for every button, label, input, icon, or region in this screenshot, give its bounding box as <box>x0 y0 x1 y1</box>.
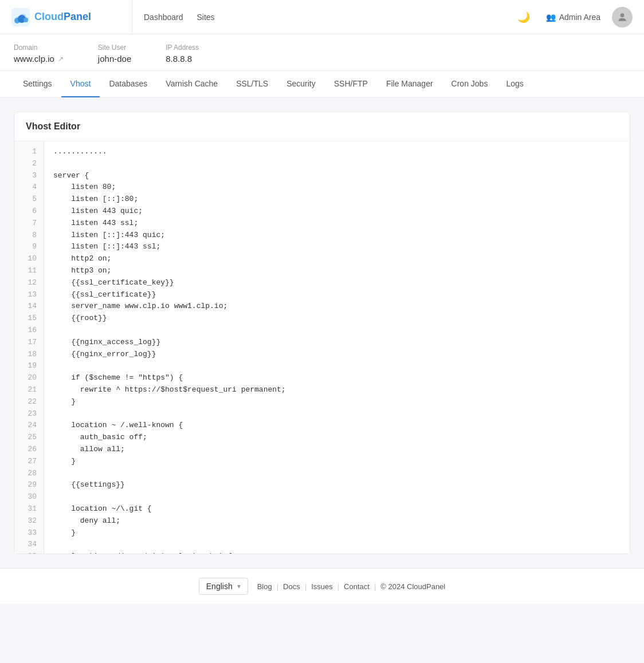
line-number-24: 24 <box>14 420 44 432</box>
tab-ssl-tls[interactable]: SSL/TLS <box>227 71 277 97</box>
site-user-info: Site User john-doe <box>98 44 131 64</box>
external-link-icon: ↗ <box>58 55 64 63</box>
code-line-22: } <box>53 397 76 406</box>
line-numbers: 1234567891011121314151617181920212223242… <box>14 141 44 554</box>
code-line-20: if ($scheme != "https") { <box>53 373 183 382</box>
line-number-5: 5 <box>14 194 44 206</box>
code-line-24: location ~ /.well-known { <box>53 421 183 429</box>
tab-varnish-cache[interactable]: Varnish Cache <box>156 71 227 97</box>
nav-sites[interactable]: Sites <box>197 13 215 22</box>
line-number-6: 6 <box>14 206 44 218</box>
admin-area-icon: 👥 <box>546 13 556 22</box>
tab-file-manager[interactable]: File Manager <box>377 71 442 97</box>
code-line-13: {{ssl_certificate}} <box>53 290 156 299</box>
site-user-value: john-doe <box>98 54 131 64</box>
line-number-2: 2 <box>14 158 44 170</box>
code-line-4: listen 80; <box>53 183 116 191</box>
line-number-17: 17 <box>14 337 44 349</box>
footer-sep-1: | <box>277 582 278 591</box>
line-number-11: 11 <box>14 265 44 277</box>
header-nav: Dashboard Sites <box>132 0 513 34</box>
tab-vhost[interactable]: Vhost <box>61 71 100 97</box>
footer-sep-3: | <box>337 582 339 591</box>
chevron-down-icon: ▾ <box>237 582 241 590</box>
user-avatar[interactable] <box>612 7 633 27</box>
card-title: Vhost Editor <box>26 121 618 132</box>
header-right: 🌙 👥 Admin Area <box>513 6 633 28</box>
tab-databases[interactable]: Databases <box>100 71 156 97</box>
header: CloudPanel Dashboard Sites 🌙 👥 Admin Are… <box>0 0 644 34</box>
code-line-3: server { <box>53 171 89 180</box>
logo-text: CloudPanel <box>34 11 91 23</box>
line-number-28: 28 <box>14 468 44 480</box>
line-number-13: 13 <box>14 289 44 301</box>
tab-settings[interactable]: Settings <box>14 71 61 97</box>
footer: English ▾ Blog | Docs | Issues | Contact… <box>0 568 644 604</box>
nav-dashboard[interactable]: Dashboard <box>144 13 183 22</box>
code-line-10: http2 on; <box>53 254 111 263</box>
logo-icon <box>11 8 30 26</box>
domain-info: Domain www.clp.io ↗ <box>14 44 64 64</box>
code-line-35: location ~/(wp-admin|wp-login.php) { <box>53 552 232 554</box>
line-number-29: 29 <box>14 479 44 491</box>
line-number-7: 7 <box>14 218 44 230</box>
code-line-6: listen 443 quic; <box>53 207 143 215</box>
site-info-bar: Domain www.clp.io ↗ Site User john-doe I… <box>0 34 644 71</box>
tab-security[interactable]: Security <box>277 71 325 97</box>
tab-ssh-ftp[interactable]: SSH/FTP <box>325 71 377 97</box>
code-line-9: listen [::]:443 ssl; <box>53 242 160 251</box>
code-line-18: {{nginx_error_log}} <box>53 350 156 358</box>
dark-mode-button[interactable]: 🌙 <box>513 6 535 28</box>
code-line-8: listen [::]:443 quic; <box>53 231 165 239</box>
code-line-12: {{ssl_certificate_key}} <box>53 278 174 287</box>
domain-value: www.clp.io <box>14 54 54 64</box>
language-selector[interactable]: English ▾ <box>199 578 248 595</box>
line-number-3: 3 <box>14 170 44 182</box>
code-line-26: allow all; <box>53 445 125 453</box>
ip-info: IP Address 8.8.8.8 <box>166 44 199 64</box>
line-number-20: 20 <box>14 372 44 384</box>
line-number-32: 32 <box>14 515 44 527</box>
line-number-23: 23 <box>14 408 44 420</box>
user-icon <box>616 11 628 23</box>
code-content[interactable]: ............ server { listen 80; listen … <box>44 141 630 554</box>
footer-issues-link[interactable]: Issues <box>311 582 333 591</box>
site-user-label: Site User <box>98 44 131 52</box>
line-number-10: 10 <box>14 253 44 265</box>
line-number-34: 34 <box>14 539 44 551</box>
logo: CloudPanel <box>11 8 126 26</box>
svg-point-3 <box>23 18 28 22</box>
code-editor[interactable]: 1234567891011121314151617181920212223242… <box>14 141 630 554</box>
code-line-32: deny all; <box>53 516 120 525</box>
ip-label: IP Address <box>166 44 199 52</box>
tab-logs[interactable]: Logs <box>497 71 532 97</box>
code-line-29: {{settings}} <box>53 480 125 489</box>
line-number-1: 1 <box>14 146 44 158</box>
code-line-14: server_name www.clp.io www1.clp.io; <box>53 302 227 310</box>
footer-blog-link[interactable]: Blog <box>257 582 272 591</box>
domain-label: Domain <box>14 44 64 52</box>
footer-contact-link[interactable]: Contact <box>344 582 370 591</box>
line-number-25: 25 <box>14 432 44 444</box>
line-number-14: 14 <box>14 301 44 313</box>
footer-links: Blog | Docs | Issues | Contact | © 2024 … <box>257 582 446 591</box>
line-number-30: 30 <box>14 491 44 503</box>
ip-value: 8.8.8.8 <box>166 54 192 64</box>
line-number-8: 8 <box>14 230 44 242</box>
line-number-33: 33 <box>14 527 44 539</box>
line-number-4: 4 <box>14 181 44 194</box>
line-number-21: 21 <box>14 384 44 396</box>
tab-cron-jobs[interactable]: Cron Jobs <box>442 71 497 97</box>
code-line-7: listen 443 ssl; <box>53 219 138 227</box>
line-number-35: 35 <box>14 551 44 554</box>
line-number-15: 15 <box>14 313 44 325</box>
code-line-21: rewrite ^ https://$host$request_uri perm… <box>53 385 286 394</box>
line-number-16: 16 <box>14 325 44 337</box>
line-number-22: 22 <box>14 396 44 408</box>
line-number-12: 12 <box>14 277 44 289</box>
footer-docs-link[interactable]: Docs <box>283 582 300 591</box>
line-number-18: 18 <box>14 349 44 361</box>
code-line-11: http3 on; <box>53 266 111 275</box>
tabs-bar: Settings Vhost Databases Varnish Cache S… <box>0 71 644 98</box>
admin-area-button[interactable]: 👥 Admin Area <box>539 8 607 26</box>
